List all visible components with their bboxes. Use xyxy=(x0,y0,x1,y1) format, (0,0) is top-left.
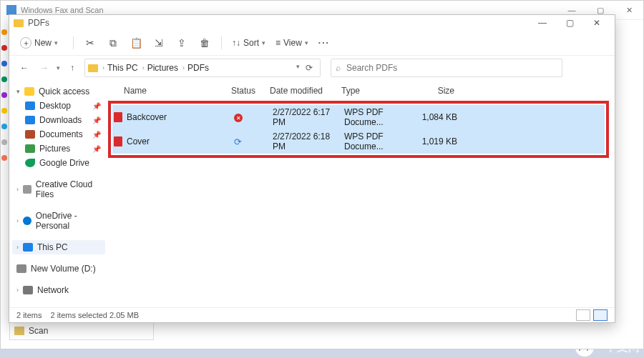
separator xyxy=(221,36,222,49)
item-count: 2 items xyxy=(16,311,42,319)
view-label: View xyxy=(283,38,302,48)
address-dropdown-icon[interactable]: ▾ xyxy=(296,63,300,73)
address-bar[interactable]: › This PC › Pictures › PDFs ▾ ⟳ xyxy=(84,59,321,77)
sidebar-item-label: Google Drive xyxy=(39,158,89,168)
file-date: 2/27/2022 6:18 PM xyxy=(273,131,344,151)
chevron-down-icon: ▾ xyxy=(305,39,308,46)
minimize-button[interactable]: — xyxy=(529,15,556,31)
cut-icon[interactable]: ✂ xyxy=(84,37,97,49)
chevron-right-icon: › xyxy=(16,186,19,193)
new-button[interactable]: ＋ New ▾ xyxy=(15,34,63,51)
sidebar: ▾ Quick access Desktop📌 Downloads📌 Docum… xyxy=(9,80,108,307)
chevron-right-icon: › xyxy=(16,217,19,224)
desktop: php 中文网 Windows Fax and Scan — ▢ ✕ Fax S… xyxy=(0,0,644,358)
sort-menu[interactable]: ↑↓ Sort ▾ xyxy=(232,38,265,48)
forward-button[interactable]: → xyxy=(36,60,52,76)
network-icon xyxy=(23,286,33,294)
bg-window-title: Windows Fax and Scan xyxy=(21,6,104,14)
sidebar-item-label: OneDrive - Personal xyxy=(36,211,101,231)
sidebar-item-documents[interactable]: Documents📌 xyxy=(12,127,105,141)
this-pc-icon xyxy=(23,243,33,252)
pictures-icon xyxy=(25,144,35,153)
thumbnails-view-button[interactable] xyxy=(593,309,608,321)
window-title: PDFs xyxy=(28,18,49,28)
column-headers[interactable]: Name Status Date modified Type Size xyxy=(108,83,615,99)
file-type: WPS PDF Docume... xyxy=(344,131,416,151)
highlight-annotation: Backcover ✕ 2/27/2022 6:17 PM WPS PDF Do… xyxy=(108,101,609,158)
taskbar xyxy=(0,349,644,358)
file-size: 1,084 KB xyxy=(416,112,457,122)
chevron-right-icon: › xyxy=(16,244,19,251)
sidebar-item-creative-cloud[interactable]: ›Creative Cloud Files xyxy=(12,177,105,202)
sidebar-item-this-pc[interactable]: ›This PC xyxy=(12,240,105,254)
breadcrumb[interactable]: This PC xyxy=(107,63,138,73)
folder-icon xyxy=(88,64,98,72)
explorer-titlebar[interactable]: PDFs — ▢ ✕ xyxy=(9,15,615,31)
sidebar-item-label: Desktop xyxy=(39,101,71,111)
bg-app-icon xyxy=(6,5,16,15)
share-icon[interactable]: ⇪ xyxy=(175,37,188,49)
paste-icon[interactable]: 📋 xyxy=(130,37,142,49)
explorer-body: ▾ Quick access Desktop📌 Downloads📌 Docum… xyxy=(9,80,615,307)
drive-icon xyxy=(16,264,26,273)
details-view-button[interactable] xyxy=(576,309,590,321)
maximize-button[interactable]: ▢ xyxy=(556,15,583,31)
copy-icon[interactable]: ⧉ xyxy=(107,37,119,49)
plus-icon: ＋ xyxy=(20,37,31,49)
file-name: Backcover xyxy=(127,112,234,122)
sidebar-item-label: Downloads xyxy=(39,115,82,125)
column-size[interactable]: Size xyxy=(413,86,454,96)
up-button[interactable]: ↑ xyxy=(64,60,80,76)
chevron-right-icon: › xyxy=(102,64,104,71)
sidebar-item-label: New Volume (D:) xyxy=(31,264,96,274)
column-name[interactable]: Name xyxy=(124,86,231,96)
column-date[interactable]: Date modified xyxy=(270,86,341,96)
file-row[interactable]: Backcover ✕ 2/27/2022 6:17 PM WPS PDF Do… xyxy=(112,105,605,129)
chevron-right-icon: › xyxy=(182,64,185,71)
pdf-icon xyxy=(114,136,122,146)
file-row[interactable]: Cover ⟳ 2/27/2022 6:18 PM WPS PDF Docume… xyxy=(112,129,605,154)
folder-icon xyxy=(23,185,31,194)
search-input[interactable] xyxy=(345,62,557,74)
sidebar-item-onedrive[interactable]: ›OneDrive - Personal xyxy=(12,209,105,233)
delete-icon[interactable]: 🗑 xyxy=(198,37,211,49)
sidebar-item-quick-access[interactable]: ▾ Quick access xyxy=(12,84,105,99)
chevron-down-icon: ▾ xyxy=(16,88,20,95)
file-explorer-window: PDFs — ▢ ✕ ＋ New ▾ ✂ ⧉ 📋 ⇲ ⇪ 🗑 ↑↓ Sort xyxy=(9,14,615,323)
pin-icon: 📌 xyxy=(92,145,101,153)
back-button[interactable]: ← xyxy=(16,60,32,76)
bg-panel-scan[interactable]: Scan xyxy=(10,322,153,339)
sidebar-item-google-drive[interactable]: Google Drive xyxy=(12,156,105,170)
bg-close-button[interactable]: ✕ xyxy=(615,1,643,19)
google-drive-icon xyxy=(25,159,35,167)
search-box[interactable]: ⌕ xyxy=(331,59,562,77)
navigation-row: ← → ▾ ↑ › This PC › Pictures › PDFs ▾ ⟳ … xyxy=(9,56,615,80)
rename-icon[interactable]: ⇲ xyxy=(152,37,165,49)
column-status[interactable]: Status xyxy=(231,86,270,96)
breadcrumb[interactable]: PDFs xyxy=(187,63,209,73)
sidebar-item-new-volume[interactable]: New Volume (D:) xyxy=(12,262,105,276)
file-size: 1,019 KB xyxy=(416,136,457,146)
sidebar-item-label: Pictures xyxy=(39,144,70,154)
chevron-right-icon: › xyxy=(16,287,19,294)
sidebar-item-desktop[interactable]: Desktop📌 xyxy=(12,99,105,113)
breadcrumb[interactable]: Pictures xyxy=(147,63,178,73)
chevron-down-icon: ▾ xyxy=(54,39,58,46)
pin-icon: 📌 xyxy=(92,102,101,110)
close-button[interactable]: ✕ xyxy=(583,15,610,31)
sidebar-item-label: Network xyxy=(37,285,69,295)
sidebar-item-downloads[interactable]: Downloads📌 xyxy=(12,113,105,127)
onedrive-icon xyxy=(23,217,31,225)
sidebar-item-label: Creative Cloud Files xyxy=(36,179,101,199)
more-button[interactable]: ··· xyxy=(318,38,330,48)
file-date: 2/27/2022 6:17 PM xyxy=(273,107,344,127)
sidebar-item-pictures[interactable]: Pictures📌 xyxy=(12,141,105,156)
folder-icon xyxy=(14,19,24,27)
history-chevron-icon[interactable]: ▾ xyxy=(57,64,60,71)
file-type: WPS PDF Docume... xyxy=(344,107,416,127)
sidebar-item-network[interactable]: ›Network xyxy=(12,283,105,297)
view-menu[interactable]: ≡ View ▾ xyxy=(275,38,308,48)
column-type[interactable]: Type xyxy=(341,86,413,96)
refresh-button[interactable]: ⟳ xyxy=(306,63,313,73)
new-label: New xyxy=(34,38,52,48)
